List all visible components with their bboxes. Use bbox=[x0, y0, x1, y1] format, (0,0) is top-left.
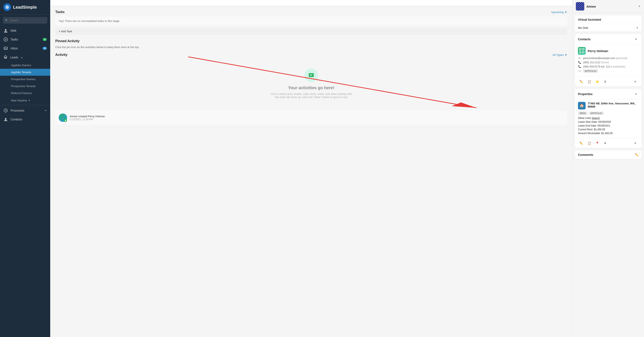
contact-star-button[interactable]: ⭐ bbox=[594, 78, 600, 85]
sidebar-item-leads[interactable]: Leads ▲ bbox=[0, 53, 50, 62]
property-header: 🏠 77463 NE 164th Ave, Vancouver, WA, 986… bbox=[578, 102, 638, 109]
activity-empty-icon bbox=[304, 68, 318, 82]
leads-chevron-icon: ▲ bbox=[21, 56, 23, 59]
contact-edit-button[interactable]: ✏️ bbox=[578, 78, 584, 85]
pinned-activity-title: Pinned Activity bbox=[55, 39, 80, 43]
add-task-button[interactable]: + Add Task bbox=[55, 28, 567, 35]
inbox-nav-label: Inbox bbox=[10, 47, 40, 50]
svg-point-7 bbox=[5, 118, 6, 120]
properties-block-title: Properties bbox=[578, 92, 592, 96]
sidebar-item-prospective-tenants[interactable]: Prospective Tenants bbox=[0, 83, 50, 90]
sidebar-item-tasks[interactable]: Tasks 6 bbox=[0, 35, 50, 44]
property-close-button[interactable]: ✕ bbox=[632, 140, 638, 146]
logo-text: LeadSimple bbox=[13, 5, 37, 10]
contact-header: Perry Holman bbox=[578, 47, 638, 55]
property-lease-end: Lease End Date: 05/28/2021 bbox=[578, 124, 638, 127]
tab-2[interactable] bbox=[64, 0, 75, 6]
sidebar-item-inbox[interactable]: Inbox 0 bbox=[0, 44, 50, 53]
upcoming-button[interactable]: Upcoming ▼ bbox=[551, 10, 567, 14]
sidebar-item-referral-partners[interactable]: Referral Partners bbox=[0, 90, 50, 97]
tab-5[interactable] bbox=[95, 0, 105, 6]
activity-empty-state: Your activities go here! This is where y… bbox=[55, 60, 567, 107]
activity-header: Activity All Types ▼ bbox=[55, 53, 567, 57]
content-area: Tasks Upcoming ▼ Yay! There are no uncom… bbox=[50, 6, 572, 133]
property-location-button[interactable]: 📍 bbox=[594, 140, 600, 146]
upcoming-chevron-icon: ▼ bbox=[564, 10, 567, 14]
property-tag-1: 3BRD bbox=[578, 112, 588, 115]
contact-close-button[interactable]: ✕ bbox=[632, 78, 638, 85]
right-panel: Aimee ▼ Virtual Assistant No One ▼ Conta… bbox=[572, 0, 644, 337]
sidebar-item-prospective-owners[interactable]: Prospective Owners bbox=[0, 76, 50, 83]
assignee-select[interactable]: Aimee bbox=[586, 5, 636, 8]
property-address: 77463 NE 164th Ave, Vancouver, WA, 98686 bbox=[588, 102, 638, 108]
appfolio-owners-label: Appfolio Owners bbox=[11, 64, 31, 67]
tasks-nav-label: Tasks bbox=[10, 38, 40, 41]
property-receivable: Amount Receivable: $1,450.00 bbox=[578, 132, 638, 135]
property-actions: ✏️ 📋 📍 ▼ ✕ bbox=[575, 138, 642, 148]
contacts-block-header: Contacts + bbox=[575, 34, 642, 44]
avatar-cell-3 bbox=[579, 51, 582, 54]
sidebar-item-appfolio-tenants[interactable]: Appfolio Tenants bbox=[0, 69, 50, 76]
activity-avatar bbox=[59, 113, 67, 122]
contact-copy-button[interactable]: 📋 bbox=[586, 78, 592, 85]
comments-header: Comments ✏️ bbox=[575, 151, 642, 159]
contacts-add-button[interactable]: + bbox=[634, 37, 638, 42]
property-edit-button[interactable]: ✏️ bbox=[578, 140, 584, 146]
contact-download-button[interactable]: ⬇ bbox=[602, 78, 608, 85]
tasks-icon bbox=[4, 37, 8, 42]
inbox-icon bbox=[4, 46, 8, 51]
sidebar-item-processes[interactable]: Processes ▼ bbox=[0, 106, 50, 115]
property-tags: 3BRD APPFOLIO bbox=[578, 112, 638, 115]
contact-tag: APPFOLIO bbox=[583, 69, 598, 73]
property-dropdown-button[interactable]: ▼ bbox=[602, 140, 608, 146]
sidebar-item-contacts[interactable]: Contacts bbox=[0, 115, 50, 124]
contacts-nav-icon bbox=[4, 117, 8, 122]
property-copy-button[interactable]: 📋 bbox=[586, 140, 592, 146]
logo-area: LeadSimple bbox=[0, 0, 50, 14]
search-input[interactable] bbox=[3, 17, 47, 24]
va-select-row[interactable]: No One ▼ bbox=[575, 24, 642, 32]
property-rent: Current Rent: $1,450.00 bbox=[578, 128, 638, 131]
all-types-label: All Types bbox=[553, 53, 564, 56]
phone1-icon: 📞 bbox=[578, 61, 581, 64]
tab-1[interactable] bbox=[54, 0, 64, 6]
sidebar-item-new-pipeline[interactable]: New Pipeline + bbox=[0, 97, 50, 104]
pinned-activity-section: Pinned Activity Click the pin icon on th… bbox=[55, 39, 567, 49]
activity-log-time: 1/13/2021, 11:40 AM bbox=[70, 118, 105, 121]
processes-nav-label: Processes bbox=[10, 109, 42, 112]
sidebar: LeadSimple 🔍 Matt Tasks 6 bbox=[0, 0, 50, 337]
contact-phone1-row: 📞 (360) 112-1112 (home) bbox=[578, 61, 638, 64]
tab-4[interactable] bbox=[85, 0, 95, 6]
email-icon: ✉ bbox=[578, 57, 581, 60]
contacts-block-title: Contacts bbox=[578, 37, 590, 41]
activity-title: Activity bbox=[55, 53, 68, 57]
sidebar-item-appfolio-owners[interactable]: Appfolio Owners bbox=[0, 62, 50, 69]
contact-card: Perry Holman ✉ perry.holman@example.com … bbox=[575, 44, 642, 76]
avatar-cell-1 bbox=[579, 48, 582, 51]
properties-add-button[interactable]: + bbox=[634, 91, 638, 97]
sidebar-item-user[interactable]: Matt bbox=[0, 26, 50, 35]
contact-phone2-row: 📞 (360) 919-0179 ext. 112 (Leadsimple) bbox=[578, 65, 638, 68]
contact-actions: ✏️ 📋 ⭐ ⬇ ✕ bbox=[575, 76, 642, 86]
leads-nav-label: Leads bbox=[10, 56, 18, 59]
zillow-search-link[interactable]: Search bbox=[592, 117, 600, 120]
tab-3[interactable] bbox=[75, 0, 85, 6]
phone2-icon: 📞 bbox=[578, 65, 581, 68]
top-tabs bbox=[50, 0, 572, 6]
comments-edit-button[interactable]: ✏️ bbox=[635, 153, 638, 156]
va-header: Virtual Assistant bbox=[575, 15, 642, 24]
tag-icon: 🏷 bbox=[578, 70, 581, 72]
va-value: No One bbox=[578, 26, 588, 29]
property-card: 🏠 77463 NE 164th Ave, Vancouver, WA, 986… bbox=[575, 99, 642, 138]
appfolio-tenants-label: Appfolio Tenants bbox=[11, 71, 31, 74]
contact-email-row: ✉ perry.holman@example.com (personal) bbox=[578, 57, 638, 60]
comments-title: Comments bbox=[578, 153, 593, 156]
all-types-button[interactable]: All Types ▼ bbox=[553, 53, 567, 56]
comments-block: Comments ✏️ bbox=[575, 151, 642, 159]
svg-point-9 bbox=[65, 120, 66, 121]
contact-tag-row: 🏷 APPFOLIO bbox=[578, 69, 638, 73]
property-lease-start: Lease Start Date: 05/28/2020 bbox=[578, 120, 638, 123]
tasks-badge: 6 bbox=[42, 38, 47, 41]
divider bbox=[0, 105, 50, 105]
activity-section: Activity All Types ▼ Your activities g bbox=[55, 53, 567, 125]
